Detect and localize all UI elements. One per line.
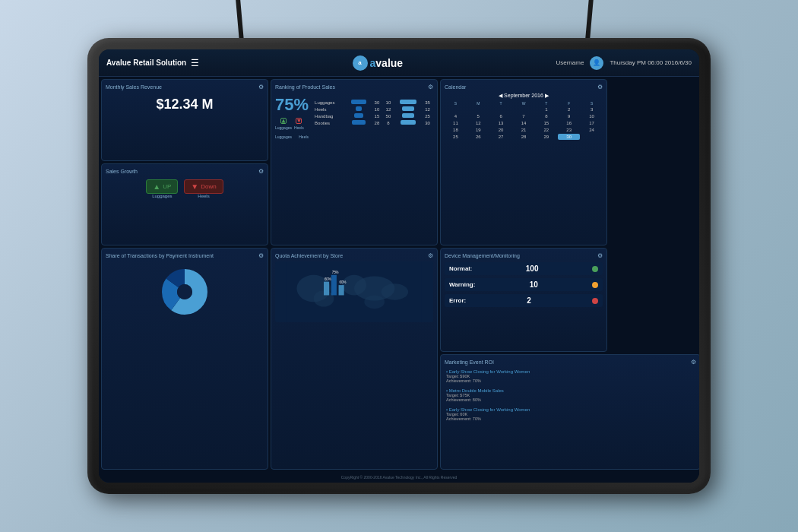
cal-header-s1: S <box>445 101 467 106</box>
marketing-widget: Marketing Event ROI ⚙ • Early Show Closi… <box>440 354 699 470</box>
cal-d22[interactable]: 22 <box>535 127 557 133</box>
device-mgmt-widget: Device Management/Monitoring ⚙ Normal: 1… <box>440 248 607 352</box>
dashboard: Monthly Sales Revenue ⚙ $12.34 M Ranking… <box>99 77 699 472</box>
cal-d23[interactable]: 23 <box>558 127 580 133</box>
cal-d13[interactable]: 13 <box>490 120 512 126</box>
cal-d20[interactable]: 20 <box>490 127 512 133</box>
cal-d10[interactable]: 10 <box>581 113 603 119</box>
cal-d7[interactable]: 7 <box>513 113 535 119</box>
cal-header-f: F <box>558 101 580 106</box>
username-label: Username <box>556 59 584 66</box>
sales-growth-title: Sales Growth ⚙ <box>106 168 264 175</box>
ranking-gear[interactable]: ⚙ <box>428 84 433 90</box>
marketing-item-3: • Early Show Closing for Working Women T… <box>445 406 696 423</box>
cal-d28[interactable]: 28 <box>513 134 535 140</box>
status-error-dot <box>592 298 598 304</box>
cal-d25[interactable]: 25 <box>445 134 467 140</box>
svg-rect-11 <box>324 282 329 296</box>
hamburger-icon[interactable]: ☰ <box>191 58 199 68</box>
cal-d15[interactable]: 15 <box>535 120 557 126</box>
top-bar: Avalue Retail Solution ☰ a avalue Userna… <box>99 49 699 77</box>
svg-point-10 <box>364 295 385 309</box>
calendar-month: ◀ September 2016 ▶ <box>445 93 603 99</box>
cal-d24[interactable]: 24 <box>581 127 603 133</box>
cal-header-w: W <box>513 101 535 106</box>
cal-d18[interactable]: 18 <box>445 127 467 133</box>
user-avatar: 👤 <box>590 56 603 70</box>
logo-text: avalue <box>370 57 404 69</box>
status-normal-count: 100 <box>526 264 539 273</box>
cal-d14[interactable]: 14 <box>513 120 535 126</box>
rank-table: Luggages 30 10 35 Heels <box>313 99 433 126</box>
svg-point-9 <box>382 283 409 299</box>
growth-down: ▼ Down <box>184 179 223 194</box>
status-error-count: 2 <box>527 296 531 305</box>
top-bar-right: Username 👤 Thursday PM 06:00 2016/6/30 <box>556 56 692 70</box>
growth-up-label: Luggages <box>146 194 178 198</box>
top-bar-left: Avalue Retail Solution ☰ <box>106 58 199 68</box>
antenna-left <box>233 0 244 42</box>
status-normal-label: Normal: <box>449 265 472 272</box>
cal-d19[interactable]: 19 <box>467 127 489 133</box>
sales-growth-gear[interactable]: ⚙ <box>258 168 264 175</box>
calendar-widget: Calendar ⚙ ◀ September 2016 ▶ S M T W T … <box>440 79 607 245</box>
status-error-label: Error: <box>449 297 466 304</box>
marketing-gear[interactable]: ⚙ <box>691 359 696 366</box>
cal-empty3 <box>490 106 512 112</box>
cal-d8[interactable]: 8 <box>535 113 557 119</box>
cal-d12[interactable]: 12 <box>467 120 489 126</box>
growth-up: ▲ UP <box>146 179 178 194</box>
quota-gear[interactable]: ⚙ <box>428 252 433 259</box>
growth-down-label: Heels <box>184 194 223 198</box>
cal-d26[interactable]: 26 <box>467 134 489 140</box>
marketing-items: • Early Show Closing for Working Women T… <box>445 368 696 423</box>
ranking-title: Ranking of Product Sales ⚙ <box>275 84 433 90</box>
cal-d9[interactable]: 9 <box>558 113 580 119</box>
device-mgmt-gear[interactable]: ⚙ <box>597 252 603 259</box>
cal-d6[interactable]: 6 <box>490 113 512 119</box>
sales-revenue-gear[interactable]: ⚙ <box>258 84 264 90</box>
sales-revenue-title: Monthly Sales Revenue ⚙ <box>106 84 264 90</box>
cal-d21[interactable]: 21 <box>513 127 535 133</box>
pie-chart <box>162 269 207 315</box>
cal-d5[interactable]: 5 <box>467 113 489 119</box>
datetime-label: Thursday PM 06:00 2016/6/30 <box>610 59 692 66</box>
svg-rect-12 <box>331 275 337 296</box>
app-title: Avalue Retail Solution <box>106 59 186 67</box>
cal-empty4 <box>513 106 535 112</box>
cal-header-s2: S <box>581 101 603 106</box>
calendar-grid: S M T W T F S 1 2 3 4 <box>445 101 603 140</box>
cal-d4[interactable]: 4 <box>445 113 467 119</box>
cal-d27[interactable]: 27 <box>490 134 512 140</box>
cal-d30-today[interactable]: 30 <box>558 134 580 140</box>
svg-rect-13 <box>339 285 344 295</box>
transactions-gear[interactable]: ⚙ <box>258 252 264 259</box>
status-normal-row: Normal: 100 <box>445 262 603 275</box>
cal-d1[interactable]: 1 <box>535 106 557 112</box>
device-status-list: Normal: 100 Warning: 10 Error: 2 <box>445 262 603 307</box>
marketing-title: Marketing Event ROI ⚙ <box>445 359 696 366</box>
status-warning-row: Warning: 10 <box>445 278 603 291</box>
calendar-gear[interactable]: ⚙ <box>597 84 603 90</box>
status-warning-label: Warning: <box>449 281 475 288</box>
cal-d3[interactable]: 3 <box>581 106 603 112</box>
cal-d2[interactable]: 2 <box>558 106 580 112</box>
rank-percentage: 75% <box>275 95 309 115</box>
cal-d17[interactable]: 17 <box>581 120 603 126</box>
cal-empty1 <box>445 106 467 112</box>
quota-title: Quota Achievement by Store ⚙ <box>275 252 433 259</box>
cal-d29[interactable]: 29 <box>535 134 557 140</box>
copyright-bar: CopyRight © 2000-2016 Avalue Technology … <box>99 472 699 483</box>
ranking-widget: Ranking of Product Sales ⚙ 75% <box>271 79 438 245</box>
device-mgmt-title: Device Management/Monitoring ⚙ <box>445 252 603 259</box>
status-error-row: Error: 2 <box>445 294 603 307</box>
cal-header-t2: T <box>535 101 557 106</box>
cal-d11[interactable]: 11 <box>445 120 467 126</box>
world-map: 60% 75% 60% <box>275 261 433 322</box>
cal-d16[interactable]: 16 <box>558 120 580 126</box>
marketing-item-1: • Early Show Closing for Working Women T… <box>445 368 696 385</box>
quota-widget: Quota Achievement by Store ⚙ <box>271 248 438 470</box>
cal-header-m: M <box>467 101 489 106</box>
status-warning-dot <box>592 282 598 288</box>
svg-text:60%: 60% <box>339 280 346 284</box>
